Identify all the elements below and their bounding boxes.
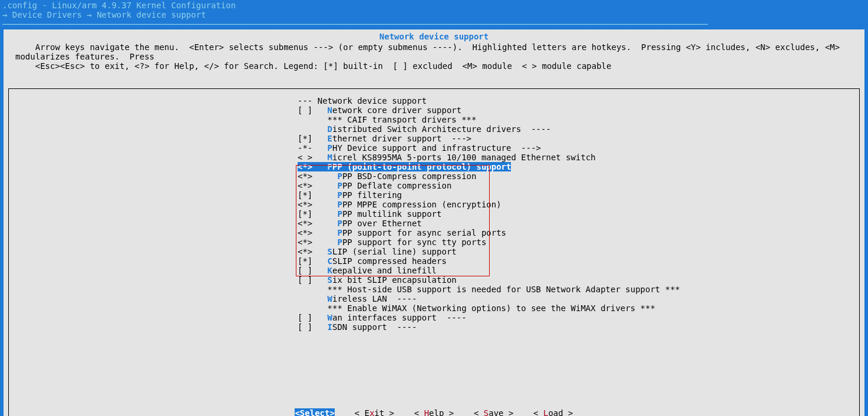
menu-item[interactable]: [ ] Keepalive and linefill xyxy=(9,266,859,275)
button-spacer xyxy=(513,408,533,416)
titlebar-title: .config - Linux/arm 4.9.37 Kernel Config… xyxy=(2,1,866,10)
menu-item[interactable]: [ ] ISDN support ---- xyxy=(9,322,859,332)
button-spacer xyxy=(454,408,474,416)
help-button[interactable]: < Help > xyxy=(414,408,454,416)
menu-item[interactable]: <*> PPP MPPE compression (encryption) xyxy=(9,200,859,209)
button-bar: <Select> < Exit > < Help > < Save > < Lo… xyxy=(9,408,859,416)
menu-item[interactable]: <*> PPP support for sync tty ports xyxy=(9,237,859,247)
menu-item[interactable]: <*> SLIP (serial line) support xyxy=(9,247,859,256)
select-button[interactable]: <Select> xyxy=(295,408,334,416)
menu-item[interactable]: --- Network device support xyxy=(9,96,859,105)
button-spacer xyxy=(335,408,355,416)
menu-item[interactable]: [*] PPP multilink support xyxy=(9,209,859,219)
menu-item[interactable]: -*- PHY Device support and infrastructur… xyxy=(9,143,859,153)
menu-item[interactable]: Distributed Switch Architecture drivers … xyxy=(9,124,859,134)
menu-item[interactable]: [ ] Wan interfaces support ---- xyxy=(9,313,859,322)
menu-item[interactable]: *** CAIF transport drivers *** xyxy=(9,115,859,124)
menu-item[interactable]: <*> PPP support for async serial ports xyxy=(9,228,859,237)
save-button[interactable]: < Save > xyxy=(474,408,513,416)
menu-item[interactable]: <*> PPP Deflate compression xyxy=(9,181,859,190)
exit-button[interactable]: < Exit > xyxy=(355,408,394,416)
load-button[interactable]: < Load > xyxy=(533,408,573,416)
menu-item[interactable]: <*> PPP (point-to-point protocol) suppor… xyxy=(9,162,511,171)
content-area: Network device support Arrow keys naviga… xyxy=(4,29,864,416)
titlebar: .config - Linux/arm 4.9.37 Kernel Config… xyxy=(0,0,868,29)
menu-item[interactable]: [ ] Six bit SLIP encapsulation xyxy=(9,275,859,285)
help-text: Arrow keys navigate the menu. <Enter> se… xyxy=(4,41,864,74)
menu-item[interactable]: [*] CSLIP compressed headers xyxy=(9,256,859,266)
button-spacer xyxy=(394,408,414,416)
menu-list[interactable]: --- Network device support[ ] Network co… xyxy=(9,89,859,332)
menu-item[interactable]: [ ] Network core driver support xyxy=(9,105,859,115)
menu-item[interactable]: < > Micrel KS8995MA 5-ports 10/100 manag… xyxy=(9,153,859,162)
menu-item[interactable]: *** Enable WiMAX (Networking options) to… xyxy=(9,303,859,313)
menu-item[interactable]: [*] PPP filtering xyxy=(9,190,859,200)
menu-item[interactable]: <*> PPP BSD-Compress compression xyxy=(9,171,859,181)
breadcrumb: → Device Drivers → Network device suppor… xyxy=(2,10,866,29)
menu-box: --- Network device support[ ] Network co… xyxy=(8,88,860,416)
menu-item[interactable]: <*> PPP over Ethernet xyxy=(9,219,859,228)
menu-item[interactable]: [*] Ethernet driver support ---> xyxy=(9,134,859,143)
menu-item[interactable]: Wireless LAN ---- xyxy=(9,294,859,303)
kernel-config-window: .config - Linux/arm 4.9.37 Kernel Config… xyxy=(0,0,868,416)
section-title: Network device support xyxy=(4,29,864,41)
menu-item[interactable]: *** Host-side USB support is needed for … xyxy=(9,285,859,294)
